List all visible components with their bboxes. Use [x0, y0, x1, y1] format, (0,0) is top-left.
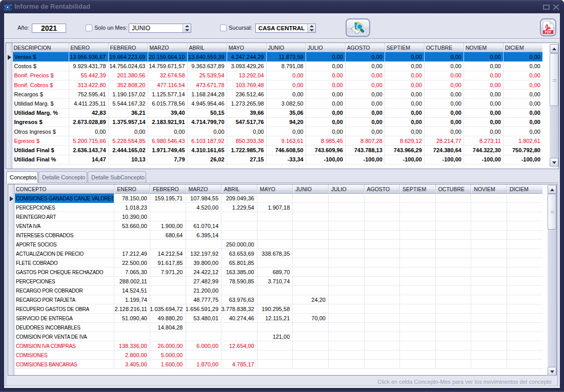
- svg-text:PDF: PDF: [545, 30, 552, 34]
